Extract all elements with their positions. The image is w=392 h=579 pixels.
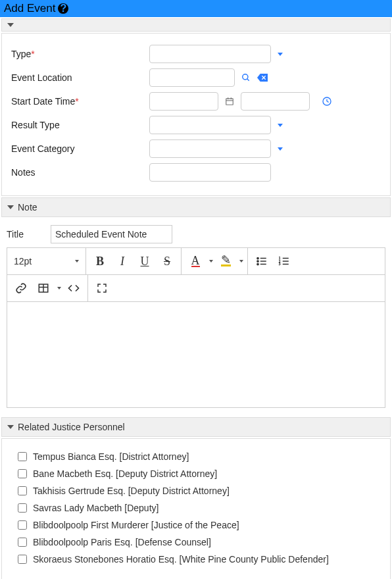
- personnel-item-label: Skoraeus Stonebones Horatio Esq. [White …: [33, 554, 329, 565]
- dropdown-caret-icon[interactable]: [278, 53, 283, 56]
- svg-point-15: [257, 263, 258, 264]
- personnel-item-row: Takhisis Gertrude Esq. [Deputy District …: [11, 482, 381, 499]
- personnel-item-label: Takhisis Gertrude Esq. [Deputy District …: [33, 486, 230, 496]
- bullet-list-button[interactable]: [252, 251, 272, 271]
- personnel-section-header: Related Justice Personnel: [18, 422, 125, 432]
- editor-toolbar-row-2: [7, 275, 385, 302]
- chevron-down-icon: [75, 260, 79, 263]
- editor-content-area[interactable]: [7, 302, 385, 407]
- personnel-item-checkbox[interactable]: [18, 520, 27, 530]
- bold-button[interactable]: B: [90, 251, 110, 271]
- personnel-item-row: Bane Macbeth Esq. [Deputy District Attor…: [11, 465, 381, 482]
- svg-text:3: 3: [279, 262, 281, 266]
- label-event-location: Event Location: [11, 72, 149, 83]
- start-time-input[interactable]: [241, 92, 310, 111]
- clear-icon[interactable]: [257, 73, 268, 82]
- event-location-input[interactable]: [149, 68, 235, 87]
- personnel-item-row: Blibdoolpoolp First Murderer [Justice of…: [11, 516, 381, 534]
- type-select[interactable]: [149, 45, 271, 63]
- note-title-label: Title: [7, 229, 43, 239]
- strikethrough-button[interactable]: S: [157, 251, 177, 271]
- note-section-header: Note: [18, 202, 37, 213]
- dropdown-caret-icon[interactable]: [278, 147, 283, 151]
- page-title: Add Event: [4, 2, 55, 15]
- label-event-category: Event Category: [11, 143, 149, 154]
- svg-line-1: [247, 79, 249, 81]
- personnel-item-label: Blibdoolpoolp Paris Esq. [Defense Counse…: [33, 537, 211, 547]
- search-icon[interactable]: [241, 73, 251, 82]
- result-type-select[interactable]: [149, 116, 271, 134]
- label-start-date-time: Start Date Time*: [11, 96, 149, 107]
- underline-button[interactable]: U: [135, 251, 155, 271]
- personnel-item-label: Savras Lady Macbeth [Deputy]: [33, 503, 159, 513]
- table-button[interactable]: [34, 278, 53, 298]
- start-date-input[interactable]: [149, 92, 218, 111]
- personnel-item-checkbox[interactable]: [18, 452, 27, 461]
- chevron-down-icon[interactable]: [209, 260, 213, 263]
- dropdown-caret-icon[interactable]: [278, 124, 283, 127]
- chevron-down-icon: [7, 425, 14, 429]
- clock-icon[interactable]: [322, 96, 332, 107]
- chevron-down-icon[interactable]: [57, 287, 61, 290]
- italic-button[interactable]: I: [112, 251, 132, 271]
- chevron-down-icon[interactable]: [239, 260, 243, 263]
- notes-input[interactable]: [149, 163, 271, 182]
- highlight-button[interactable]: ✎: [216, 251, 235, 271]
- fullscreen-button[interactable]: [92, 278, 112, 298]
- svg-point-11: [257, 257, 258, 259]
- link-button[interactable]: [11, 278, 31, 298]
- personnel-item-checkbox[interactable]: [18, 486, 27, 495]
- label-result-type: Result Type: [11, 120, 149, 130]
- note-section-toggle[interactable]: Note: [1, 197, 391, 217]
- personnel-item-label: Tempus Bianca Esq. [District Attorney]: [33, 451, 189, 462]
- personnel-item-row: Skoraeus Stonebones Horatio Esq. [White …: [11, 551, 381, 568]
- label-notes: Notes: [11, 167, 149, 178]
- editor-toolbar-row-1: 12pt B I U S A ✎ 123: [7, 248, 385, 275]
- label-type: Type*: [11, 49, 149, 59]
- personnel-item-row: Tempus Bianca Esq. [District Attorney]: [11, 448, 381, 465]
- page-header: Add Event ?: [0, 0, 392, 17]
- personnel-item-checkbox[interactable]: [18, 555, 27, 564]
- chevron-down-icon: [7, 23, 14, 27]
- code-button[interactable]: [64, 278, 84, 298]
- help-icon[interactable]: ?: [58, 3, 68, 14]
- personnel-item-label: Blibdoolpoolp First Murderer [Justice of…: [33, 520, 239, 530]
- text-color-button[interactable]: A: [185, 251, 205, 271]
- svg-point-0: [243, 74, 248, 80]
- svg-rect-4: [226, 99, 233, 105]
- personnel-item-checkbox[interactable]: [18, 469, 27, 478]
- personnel-item-row: Savras Lady Macbeth [Deputy]: [11, 499, 381, 516]
- personnel-item-checkbox[interactable]: [18, 538, 27, 547]
- event-category-select[interactable]: [149, 139, 271, 158]
- personnel-list: Tempus Bianca Esq. [District Attorney]Ba…: [1, 438, 391, 579]
- svg-point-13: [257, 261, 258, 262]
- main-form-toggle[interactable]: [1, 18, 391, 32]
- personnel-item-label: Bane Macbeth Esq. [Deputy District Attor…: [33, 468, 217, 479]
- personnel-item-row: Blibdoolpoolp Paris Esq. [Defense Counse…: [11, 534, 381, 551]
- personnel-section-toggle[interactable]: Related Justice Personnel: [1, 417, 391, 437]
- chevron-down-icon: [7, 205, 14, 209]
- note-title-input[interactable]: [51, 225, 172, 243]
- font-size-select[interactable]: 12pt: [7, 248, 86, 274]
- note-section-body: Title 12pt B I U S A ✎: [0, 218, 392, 408]
- personnel-item-checkbox[interactable]: [18, 503, 27, 513]
- rich-text-editor: 12pt B I U S A ✎ 123: [7, 247, 385, 408]
- svg-line-10: [327, 101, 329, 102]
- calendar-icon[interactable]: [225, 97, 234, 106]
- ordered-list-button[interactable]: 123: [274, 251, 294, 271]
- event-form: Type* Event Location Start Date Time*: [1, 33, 391, 196]
